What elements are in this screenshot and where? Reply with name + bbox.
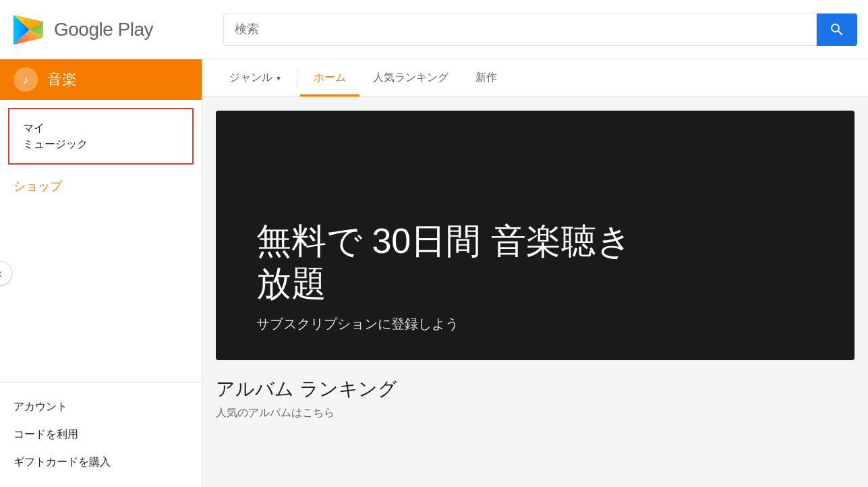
sidebar-bottom: アカウント コードを利用 ギフトカードを購入 xyxy=(0,382,202,487)
sidebar-music-label: 音楽 xyxy=(47,69,77,90)
sidebar-my-music-text: マイミュージック xyxy=(23,120,179,152)
main-content: ジャンル ▾ ホーム 人気ランキング 新作 無料で 30日間 音楽聴き放題 サブ… xyxy=(202,59,868,487)
tab-home[interactable]: ホーム xyxy=(300,59,359,96)
album-ranking-section: アルバム ランキング 人気のアルバムはこちら xyxy=(202,360,868,436)
banner-subtitle: サブスクリプションに登録しよう xyxy=(256,315,814,333)
section-subtitle: 人気のアルバムはこちら xyxy=(216,406,855,420)
logo-text: Google Play xyxy=(54,19,153,40)
chevron-left-icon: ‹ xyxy=(0,266,2,281)
sidebar-my-music[interactable]: マイミュージック xyxy=(8,108,194,165)
section-title: アルバム ランキング xyxy=(216,376,855,402)
sidebar-item-redeem[interactable]: コードを利用 xyxy=(13,421,188,449)
tab-new[interactable]: 新作 xyxy=(462,59,511,96)
google-play-logo-icon xyxy=(11,12,46,47)
search-icon xyxy=(829,22,845,38)
promotional-banner[interactable]: 無料で 30日間 音楽聴き放題 サブスクリプションに登録しよう xyxy=(216,111,855,360)
sidebar-shop-text: ショップ xyxy=(13,179,62,193)
chevron-down-icon: ▾ xyxy=(277,74,281,83)
sidebar-collapse-button[interactable]: ‹ xyxy=(0,261,12,285)
tab-ranking[interactable]: 人気ランキング xyxy=(359,59,462,96)
tab-genre[interactable]: ジャンル ▾ xyxy=(216,59,294,96)
sidebar: ♪ 音楽 マイミュージック ショップ ‹ アカウント コードを利用 ギフトカード… xyxy=(0,59,202,487)
tab-nav: ジャンル ▾ ホーム 人気ランキング 新作 xyxy=(202,59,868,97)
logo-area: Google Play xyxy=(11,12,223,47)
main-layout: ♪ 音楽 マイミュージック ショップ ‹ アカウント コードを利用 ギフトカード… xyxy=(0,59,868,487)
sidebar-shop[interactable]: ショップ xyxy=(0,173,202,205)
search-button[interactable] xyxy=(817,13,857,46)
sidebar-item-buy-gift[interactable]: ギフトカードを購入 xyxy=(13,449,188,476)
sidebar-item-account[interactable]: アカウント xyxy=(13,393,188,421)
header: Google Play xyxy=(0,0,868,59)
banner-title: 無料で 30日間 音楽聴き放題 xyxy=(256,220,814,304)
search-input[interactable] xyxy=(223,13,817,46)
sidebar-music-header[interactable]: ♪ 音楽 xyxy=(0,59,202,100)
music-icon: ♪ xyxy=(13,67,38,92)
tab-separator xyxy=(297,68,297,88)
